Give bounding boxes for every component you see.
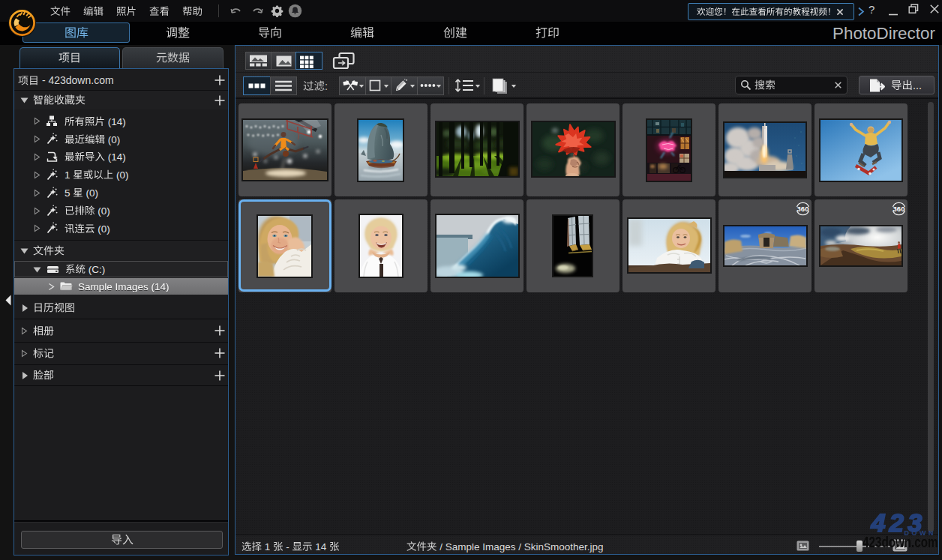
svg-text:(0): (0) xyxy=(83,187,98,199)
svg-text:(0): (0) xyxy=(95,223,110,235)
svg-text:(C:): (C:) xyxy=(86,264,105,275)
svg-text:14: 14 xyxy=(313,541,330,553)
svg-text:- 423down.com: - 423down.com xyxy=(39,74,114,86)
svg-text:1: 1 xyxy=(64,169,73,181)
svg-text:360: 360 xyxy=(893,205,905,213)
svg-text:Sample Images (14): Sample Images (14) xyxy=(78,281,170,292)
svg-text:/ Sample Images / SkinSmoother: / Sample Images / SkinSmoother.jpg xyxy=(437,541,604,553)
svg-text:(0): (0) xyxy=(95,205,110,217)
svg-text:...: ... xyxy=(913,79,922,91)
svg-text:1: 1 xyxy=(262,541,273,553)
svg-text::: : xyxy=(325,80,328,92)
svg-text:(0): (0) xyxy=(105,133,120,145)
svg-text:(14): (14) xyxy=(105,151,126,163)
svg-text:360: 360 xyxy=(797,205,809,213)
svg-text:(0): (0) xyxy=(113,169,128,181)
svg-text:(14): (14) xyxy=(105,115,126,127)
svg-text:-: - xyxy=(284,541,292,553)
svg-text:5: 5 xyxy=(64,187,73,199)
